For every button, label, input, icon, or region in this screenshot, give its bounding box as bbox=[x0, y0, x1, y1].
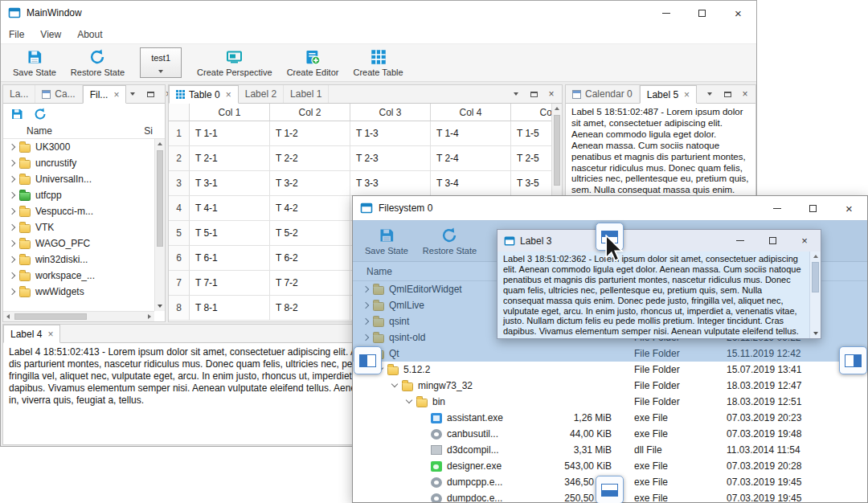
table-cell[interactable]: T 1-5 bbox=[511, 121, 551, 146]
tree-item[interactable]: UK3000 bbox=[3, 139, 154, 155]
restore-state-button[interactable]: Restore State bbox=[63, 44, 132, 81]
expand-chevron-icon[interactable] bbox=[9, 288, 15, 294]
tree-item[interactable]: canbusutil... 44,00 KiB exe File 07.03.2… bbox=[353, 426, 867, 442]
tree-item[interactable]: win32diski... bbox=[3, 251, 154, 268]
vertical-scrollbar[interactable] bbox=[809, 251, 821, 338]
tabs-menu-button[interactable] bbox=[510, 88, 522, 100]
tab-close-icon[interactable]: × bbox=[47, 329, 53, 339]
table-cell[interactable]: T 6-2 bbox=[270, 246, 350, 271]
minimize-button[interactable] bbox=[759, 196, 795, 220]
row-number[interactable]: 5 bbox=[169, 221, 190, 246]
row-number[interactable]: 1 bbox=[169, 121, 190, 146]
menu-item[interactable]: View bbox=[32, 25, 69, 43]
tabs-menu-button[interactable] bbox=[126, 88, 139, 100]
column-header[interactable]: Col 1 bbox=[190, 104, 270, 121]
scrollbar-thumb[interactable] bbox=[812, 262, 819, 292]
column-header[interactable]: Col 5 bbox=[511, 104, 551, 121]
table-cell[interactable]: T 3-4 bbox=[431, 171, 511, 196]
tree-item[interactable]: WAGO_PFC bbox=[3, 235, 154, 251]
scrollbar-thumb[interactable] bbox=[554, 115, 560, 186]
save-icon[interactable] bbox=[10, 108, 23, 121]
tree-item[interactable]: wwWidgets bbox=[3, 284, 154, 300]
tab-close-icon[interactable]: × bbox=[684, 90, 690, 100]
table-cell[interactable]: T 3-3 bbox=[350, 171, 431, 196]
expand-chevron-icon[interactable] bbox=[9, 272, 15, 278]
dock-indicator-bottom[interactable] bbox=[596, 476, 624, 503]
column-header[interactable]: Col 3 bbox=[350, 104, 431, 121]
tab[interactable]: Table 0 × bbox=[169, 85, 239, 104]
expand-chevron-icon[interactable] bbox=[9, 191, 15, 198]
table-cell[interactable]: T 8-2 bbox=[270, 296, 350, 321]
expand-chevron-icon[interactable] bbox=[9, 143, 15, 149]
table-cell[interactable]: T 1-2 bbox=[270, 121, 350, 146]
maximize-button[interactable] bbox=[795, 196, 831, 220]
table-cell[interactable]: T 4-1 bbox=[190, 196, 270, 221]
tree-item[interactable]: UniversalIn... bbox=[3, 171, 154, 187]
tab-close-icon[interactable]: × bbox=[113, 90, 119, 100]
close-group-button[interactable]: × bbox=[545, 88, 558, 100]
scroll-up-button[interactable] bbox=[155, 139, 165, 149]
table-cell[interactable]: T 3-5 bbox=[511, 171, 551, 196]
create-perspective-button[interactable]: Create Perspective bbox=[190, 44, 280, 81]
expand-chevron-icon[interactable] bbox=[9, 207, 15, 214]
create-editor-button[interactable]: Create Editor bbox=[280, 44, 346, 81]
main-titlebar[interactable]: MainWindow × bbox=[1, 1, 756, 25]
menu-item[interactable]: About bbox=[69, 25, 110, 43]
tree-item[interactable]: VTK bbox=[3, 219, 154, 235]
maximize-button[interactable] bbox=[756, 230, 788, 251]
detach-group-button[interactable] bbox=[527, 88, 540, 100]
expand-chevron-icon[interactable] bbox=[9, 239, 15, 246]
close-button[interactable]: × bbox=[788, 230, 821, 251]
dock-indicator-right[interactable] bbox=[839, 346, 867, 374]
row-number[interactable]: 6 bbox=[169, 246, 190, 271]
table-cell[interactable]: T 2-3 bbox=[350, 146, 431, 171]
table-cell[interactable]: T 4-2 bbox=[270, 196, 350, 221]
detach-group-button[interactable] bbox=[721, 88, 734, 100]
expand-chevron-icon[interactable] bbox=[391, 381, 398, 387]
table-cell[interactable]: T 2-4 bbox=[431, 146, 511, 171]
close-button[interactable]: × bbox=[720, 1, 756, 25]
tabs-menu-button[interactable] bbox=[703, 88, 716, 100]
scroll-down-button[interactable] bbox=[810, 329, 821, 338]
table-cell[interactable]: T 8-1 bbox=[190, 296, 270, 321]
expand-chevron-icon[interactable] bbox=[9, 223, 15, 230]
tree-item[interactable]: designer.exe 543,00 KiB exe File 07.03.2… bbox=[353, 458, 867, 474]
name-column-header[interactable]: Name bbox=[3, 125, 52, 137]
tree-item[interactable]: assistant.exe 1,26 MiB exe File 07.03.20… bbox=[353, 410, 867, 426]
scrollbar-thumb[interactable] bbox=[14, 313, 87, 320]
vertical-scrollbar[interactable] bbox=[154, 139, 165, 311]
table-cell[interactable]: T 1-4 bbox=[431, 121, 511, 146]
tab[interactable]: Calendar 0 × bbox=[566, 85, 640, 103]
scrollbar-thumb[interactable] bbox=[157, 150, 163, 247]
column-header[interactable]: Col 4 bbox=[431, 104, 511, 121]
tab[interactable]: La... × bbox=[3, 85, 35, 103]
column-header[interactable]: Col 2 bbox=[270, 104, 350, 121]
table-cell[interactable]: T 1-1 bbox=[190, 121, 270, 146]
dock-indicator-left[interactable] bbox=[354, 346, 382, 374]
tree-item[interactable]: utfcpp bbox=[3, 187, 154, 203]
scroll-down-button[interactable] bbox=[155, 301, 165, 311]
scroll-up-button[interactable] bbox=[552, 104, 562, 113]
detach-group-button[interactable] bbox=[144, 88, 157, 100]
minimize-button[interactable] bbox=[648, 1, 684, 25]
row-number[interactable]: 4 bbox=[169, 196, 190, 221]
table-cell[interactable]: T 7-2 bbox=[270, 271, 350, 296]
menu-item[interactable]: File bbox=[1, 25, 32, 43]
scroll-right-button[interactable] bbox=[145, 312, 154, 321]
scroll-up-button[interactable] bbox=[810, 251, 821, 261]
perspective-dropdown[interactable]: test1 bbox=[140, 47, 182, 78]
save-state-button[interactable]: Save State bbox=[6, 44, 63, 81]
tree-item[interactable]: 5.12.2 File Folder 15.07.2019 13:41 bbox=[353, 362, 867, 378]
minimize-button[interactable] bbox=[724, 230, 756, 251]
expand-chevron-icon[interactable] bbox=[9, 256, 15, 262]
tab[interactable]: Label 1 × bbox=[284, 85, 329, 103]
table-corner[interactable] bbox=[169, 104, 190, 121]
horizontal-scrollbar[interactable] bbox=[3, 311, 154, 321]
row-number[interactable]: 7 bbox=[169, 271, 190, 296]
tree-item[interactable]: mingw73_32 File Folder 18.03.2019 12:47 bbox=[353, 378, 867, 394]
filesystem-titlebar[interactable]: Filesystem 0 × bbox=[353, 196, 867, 220]
tree-column-headers[interactable]: Name Si bbox=[3, 124, 165, 139]
tab-close-icon[interactable]: × bbox=[226, 90, 231, 100]
label3-titlebar[interactable]: Label 3 × bbox=[497, 230, 821, 251]
create-table-button[interactable]: Create Table bbox=[346, 44, 410, 81]
